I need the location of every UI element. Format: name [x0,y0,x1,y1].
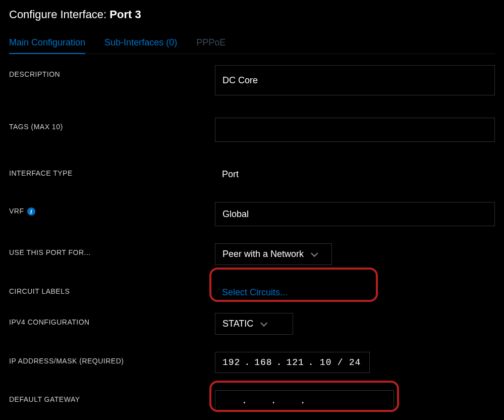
gw-dot: . [242,396,248,406]
ipv4-config-select[interactable]: STATIC [215,313,293,335]
label-vrf: VRF i [9,202,215,216]
tab-bar: Main Configuration Sub-Interfaces (0) PP… [9,32,495,54]
page-title-port: Port 3 [109,8,141,21]
ipv4-value: STATIC [222,319,253,329]
label-ipv4: IPV4 CONFIGURATION [9,313,215,326]
description-input[interactable] [215,65,495,95]
gw-dot: . [300,396,306,406]
vrf-input[interactable] [215,202,495,226]
ip-slash: / [338,357,344,368]
select-circuits-link[interactable]: Select Circuits... [215,282,295,303]
label-interface-type: INTERFACE TYPE [9,164,215,177]
ip-octet-4: 10 [318,357,333,368]
label-tags: TAGS (MAX 10) [9,118,215,131]
tab-main-configuration[interactable]: Main Configuration [9,32,85,54]
label-circuit-labels: CIRCUIT LABELS [9,282,215,295]
ip-dot: . [308,357,314,368]
gateway-input[interactable]: . . . [215,390,394,411]
ip-octet-3: 121 [286,357,304,368]
page-title-prefix: Configure Interface: [9,8,109,21]
tags-input[interactable] [215,118,495,142]
ip-address-input[interactable]: 192 . 168 . 121 . 10 / 24 [215,352,370,373]
chevron-down-icon [260,319,267,326]
ip-mask: 24 [347,357,362,368]
ip-octet-1: 192 [222,357,240,368]
tab-pppoe[interactable]: PPPoE [196,32,226,54]
tab-sub-interfaces[interactable]: Sub-Interfaces (0) [104,32,177,54]
label-ip-address: IP ADDRESS/MASK (REQUIRED) [9,352,215,365]
ip-dot: . [276,357,283,368]
ip-octet-2: 168 [254,357,272,368]
label-vrf-text: VRF [9,207,24,215]
label-description: DESCRIPTION [9,65,215,78]
use-port-select[interactable]: Peer with a Network [215,243,332,265]
page-title: Configure Interface: Port 3 [9,6,495,21]
label-use-port: USE THIS PORT FOR... [9,243,215,256]
info-icon[interactable]: i [27,207,35,216]
label-gateway: DEFAULT GATEWAY [9,390,215,403]
chevron-down-icon [311,249,318,256]
use-port-value: Peer with a Network [222,249,304,259]
interface-type-value: Port [215,164,495,185]
ip-dot: . [244,357,250,368]
gw-dot: . [271,396,277,406]
